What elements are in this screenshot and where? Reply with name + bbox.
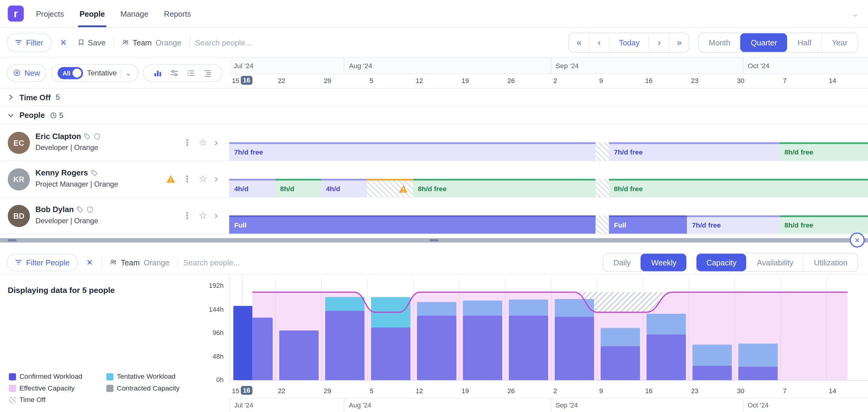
date-label: 15 — [232, 387, 239, 395]
plus-circle-icon — [13, 69, 21, 76]
date-label: 22 — [278, 77, 285, 85]
chevron-down-icon[interactable]: ⌄ — [851, 9, 859, 18]
schedule-bar[interactable]: 4h/d — [229, 179, 275, 197]
nav-item-projects[interactable]: Projects — [28, 0, 72, 27]
schedule-bar[interactable]: 7h/d free — [687, 215, 779, 234]
schedule-bar[interactable] — [596, 179, 609, 197]
schedule-bar[interactable]: Full — [609, 215, 687, 234]
expand-row-button[interactable]: › — [214, 137, 218, 147]
avatar[interactable]: KR — [8, 169, 30, 190]
view-switcher — [143, 64, 222, 82]
schedule-bar[interactable]: 8h/d — [275, 179, 321, 197]
person-name[interactable]: Eric Clapton — [35, 132, 101, 141]
app-logo-icon[interactable]: r — [8, 5, 24, 22]
all-toggle-switch[interactable]: All — [58, 67, 83, 79]
search-input[interactable] — [195, 38, 300, 47]
schedule-bar[interactable] — [596, 215, 609, 234]
splitter-grip[interactable] — [430, 239, 438, 241]
chevron-right-icon — [7, 94, 14, 101]
shield-icon — [87, 206, 94, 213]
pager-today-button[interactable]: Today — [609, 33, 649, 52]
clear-filter-button[interactable]: ✕ — [57, 37, 69, 47]
legend-swatch — [9, 373, 16, 380]
legend-item: Time Off — [9, 395, 106, 405]
chevron-down-icon[interactable]: ⌄ — [125, 69, 131, 77]
toggle-off-label: Tentative — [87, 69, 117, 77]
pager-prev-button[interactable]: ‹ — [589, 33, 609, 52]
expand-row-button[interactable]: › — [214, 210, 218, 220]
panel-splitter[interactable]: ✕ — [0, 238, 868, 243]
schedule-bar[interactable]: 8h/d free — [780, 142, 868, 160]
period-toggle: DailyWeekly — [603, 253, 687, 271]
nav-item-manage[interactable]: Manage — [113, 0, 156, 27]
warning-icon — [166, 175, 175, 184]
row-menu-button[interactable]: ⋮ — [183, 211, 191, 220]
schedule-bar[interactable]: 8h/d free — [780, 215, 868, 234]
star-button[interactable]: ☆ — [199, 211, 207, 220]
mode-capacity[interactable]: Capacity — [696, 253, 746, 271]
range-month[interactable]: Month — [699, 33, 740, 52]
save-button[interactable]: Save — [75, 38, 108, 47]
month-label: Sep '24 — [551, 399, 743, 412]
period-weekly[interactable]: Weekly — [641, 253, 686, 271]
filter-people-button[interactable]: Filter People — [7, 253, 78, 271]
clear-filter-button[interactable]: ✕ — [83, 257, 96, 267]
schedule-bar[interactable]: 8h/d free — [413, 179, 596, 197]
tag-icon — [76, 206, 84, 213]
mode-availability[interactable]: Availability — [747, 253, 804, 271]
schedule-bar[interactable]: 7h/d free — [229, 142, 596, 160]
person-name[interactable]: Kenny Rogers — [35, 169, 98, 177]
row-menu-button[interactable]: ⋮ — [183, 175, 191, 184]
sliders-icon[interactable] — [166, 64, 183, 81]
period-daily[interactable]: Daily — [603, 253, 641, 271]
month-label: Aug '24 — [344, 58, 551, 73]
nav-item-people[interactable]: People — [72, 0, 113, 27]
month-label: Oct '24 — [743, 58, 868, 73]
pager-last-button[interactable]: » — [669, 33, 689, 52]
schedule-bar[interactable]: 4h/d — [321, 179, 367, 197]
schedule-bar[interactable]: 7h/d free — [609, 142, 780, 160]
filter-button[interactable]: Filter — [7, 33, 52, 52]
group-row-time-off[interactable]: Time Off 5 — [0, 88, 868, 106]
schedule-bar[interactable] — [596, 142, 609, 160]
mode-utilization[interactable]: Utilization — [804, 253, 858, 271]
search-people-input[interactable] — [183, 258, 288, 267]
y-tick-label: 192h — [198, 282, 223, 290]
close-panel-button[interactable]: ✕ — [850, 233, 865, 247]
timeline-month-header: Jul '24Aug '24Sep '24Oct '24 — [229, 58, 868, 74]
legend-item: Tentative Workload — [106, 372, 202, 381]
range-half[interactable]: Half — [787, 33, 822, 52]
date-label: 2 — [553, 77, 557, 85]
tentative-toggle[interactable]: All Tentative ⌄ — [51, 64, 138, 82]
legend-swatch — [106, 373, 114, 380]
schedule-bar[interactable]: Full — [229, 215, 596, 234]
legend-swatch — [106, 384, 114, 392]
new-button[interactable]: New — [7, 64, 46, 82]
star-button[interactable]: ☆ — [199, 138, 207, 147]
row-menu-button[interactable]: ⋮ — [183, 138, 191, 147]
nav-item-reports[interactable]: Reports — [156, 0, 199, 27]
chart-legend: Confirmed WorkloadTentative WorkloadEffe… — [5, 370, 205, 407]
pager-next-button[interactable]: › — [649, 33, 669, 52]
star-button[interactable]: ☆ — [199, 175, 207, 184]
scheduler-controls: New All Tentative ⌄ — [0, 58, 229, 88]
team-chip[interactable]: Team Orange — [107, 258, 172, 267]
range-quarter[interactable]: Quarter — [740, 33, 787, 52]
avatar[interactable]: BD — [8, 205, 30, 227]
avatar[interactable]: EC — [8, 132, 30, 154]
team-chip[interactable]: Team Orange — [119, 38, 184, 47]
splitter-grip[interactable] — [8, 239, 17, 241]
range-year[interactable]: Year — [822, 33, 858, 52]
bar-chart-icon[interactable] — [149, 64, 166, 81]
group-list-icon[interactable] — [199, 64, 216, 81]
person-name[interactable]: Bob Dylan — [35, 205, 94, 213]
pager-first-button[interactable]: « — [569, 33, 589, 52]
schedule-bar[interactable] — [367, 179, 413, 197]
group-row-people[interactable]: People 5 — [0, 106, 868, 124]
person-cell: KRKenny RogersProject Manager | Orange⋮☆… — [0, 161, 229, 197]
divider — [113, 36, 114, 49]
list-icon[interactable] — [183, 64, 199, 81]
schedule-bar[interactable]: 8h/d free — [609, 179, 868, 197]
expand-row-button[interactable]: › — [214, 173, 218, 184]
month-label: Jul '24 — [229, 58, 344, 73]
